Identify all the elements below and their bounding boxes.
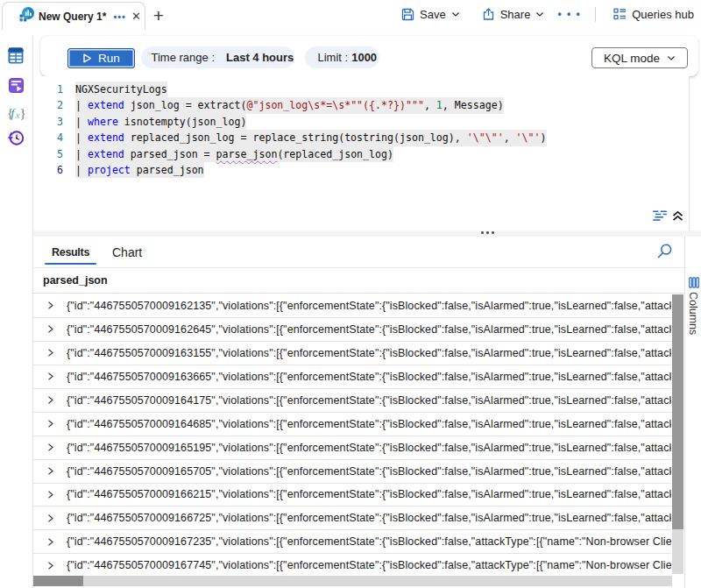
header-actions: Save Share • • • [401,3,694,25]
row-expand-chevron-icon[interactable] [33,372,67,380]
more-actions-icon[interactable]: • • • [557,8,581,20]
adx-logo-icon [19,6,34,27]
columns-icon [689,276,699,292]
row-expand-chevron-icon[interactable] [33,538,67,546]
row-expand-chevron-icon[interactable] [33,467,67,475]
row-expand-chevron-icon[interactable] [33,420,67,428]
vertical-scrollbar-thumb[interactable] [672,294,683,529]
code-line-text: | where isnotempty(json_log) [75,114,246,130]
row-expand-chevron-icon[interactable] [33,325,67,333]
time-range-value: Last 4 hours [226,51,294,64]
sidebar-media-button[interactable] [5,76,26,97]
row-json-text: {"id":"4467550570009167745","violations"… [67,559,671,571]
row-expand-chevron-icon[interactable] [33,443,67,451]
tab-results[interactable]: Results [45,237,96,267]
code-line: 1NGXSecurityLogs [33,81,689,97]
queries-hub-button[interactable]: Queries hub [613,8,694,21]
row-expand-chevron-icon[interactable] [33,514,67,522]
code-area: 1NGXSecurityLogs2| extend json_log = ext… [33,81,689,178]
table-row[interactable]: {"id":"4467550570009167745","violations"… [33,554,671,575]
row-expand-chevron-icon[interactable] [33,396,67,404]
tab-close-icon[interactable]: ✕ [131,11,141,22]
code-line: 2| extend json_log = extract(@"json_log\… [33,97,689,113]
sidebar-functions-button[interactable]: { f x } [5,103,26,124]
sidebar-tables-button[interactable] [5,46,26,67]
grid-column-header[interactable]: parsed_json [33,268,684,294]
run-button[interactable]: Run [67,48,135,68]
row-json-text: {"id":"4467550570009167235","violations"… [67,535,671,548]
row-json-text: {"id":"4467550570009165705","violations"… [67,465,671,478]
header-divider [595,7,596,22]
query-toolbar: Run Time range : Last 4 hours Limit : 10… [40,36,698,76]
queries-hub-icon [613,8,627,20]
limit-pill[interactable]: Limit : 1000 [305,46,380,68]
code-line-text: | project parsed_json [75,162,204,178]
mode-select[interactable]: KQL mode [591,47,688,68]
table-row[interactable]: {"id":"4467550570009162645","violations"… [33,318,671,342]
sidebar-history-button[interactable] [5,129,26,150]
code-line-text: NGXSecurityLogs [75,81,167,97]
new-tab-button[interactable]: + [150,5,167,26]
table-row[interactable]: {"id":"4467550570009167235","violations"… [33,530,671,554]
row-json-text: {"id":"4467550570009166725","violations"… [67,512,671,524]
code-line-text: | extend replaced_json_log = replace_str… [75,130,547,145]
collapse-editor-icon[interactable] [672,209,683,225]
table-row[interactable]: {"id":"4467550570009165705","violations"… [33,460,671,484]
media-icon [9,78,24,96]
horizontal-scrollbar-thumb[interactable] [33,576,83,587]
row-json-text: {"id":"4467550570009163155","violations"… [67,347,671,359]
results-tabbar: Results Chart [33,237,701,268]
save-chevron-down-icon[interactable] [450,9,461,19]
line-number: 4 [33,130,63,145]
kusto-query-page: New Query 1* ••• ✕ + Save [0,0,701,588]
table-row[interactable]: {"id":"4467550570009163665","violations"… [33,365,671,389]
save-button[interactable]: Save [401,8,461,21]
row-expand-chevron-icon[interactable] [33,562,67,570]
row-expand-chevron-icon[interactable] [33,301,67,309]
table-row[interactable]: {"id":"4467550570009166725","violations"… [33,507,671,530]
line-number: 6 [33,162,63,178]
query-tab[interactable]: New Query 1* ••• ✕ [2,2,145,30]
code-line: 5| extend parsed_json = parse_json(repla… [33,146,689,162]
table-row[interactable]: {"id":"4467550570009164685","violations"… [33,413,671,436]
columns-side-panel[interactable]: Columns [684,237,701,588]
table-row[interactable]: {"id":"4467550570009164175","violations"… [33,389,671,413]
share-button[interactable]: Share [482,8,546,21]
row-json-text: {"id":"4467550570009166215","violations"… [67,488,671,500]
splitter-drag-handle-icon[interactable] [481,231,494,234]
tab-more-icon[interactable]: ••• [113,11,126,22]
horizontal-scrollbar[interactable] [33,576,672,587]
time-range-label: Time range : [152,51,216,64]
format-lines-icon[interactable] [652,209,668,225]
svg-text:}: } [20,105,25,119]
history-icon [8,130,25,150]
row-json-text: {"id":"4467550570009165195","violations"… [67,442,671,454]
column-name: parsed_json [43,274,108,287]
table-row[interactable]: {"id":"4467550570009162135","violations"… [33,294,671,318]
results-panel: Results Chart parsed_json {"id":"4467550… [33,237,701,588]
code-line: 3| where isnotempty(json_log) [33,114,689,130]
tab-bar: New Query 1* ••• ✕ + Save [0,0,701,35]
row-expand-chevron-icon[interactable] [33,349,67,357]
row-expand-chevron-icon[interactable] [33,491,67,499]
line-number: 2 [33,97,63,113]
row-json-text: {"id":"4467550570009164175","violations"… [67,394,671,407]
query-editor[interactable]: 1NGXSecurityLogs2| extend json_log = ext… [33,76,690,230]
table-row[interactable]: {"id":"4467550570009166215","violations"… [33,484,671,507]
row-json-text: {"id":"4467550570009163665","violations"… [67,371,671,383]
line-number: 5 [33,146,63,162]
mode-chevron-down-icon [666,53,676,63]
search-icon[interactable] [656,243,673,263]
vertical-scrollbar[interactable] [672,294,683,574]
table-row[interactable]: {"id":"4467550570009163155","violations"… [33,342,671,365]
share-chevron-down-icon[interactable] [535,9,545,19]
tab-title: New Query 1* [39,11,106,23]
time-range-pill[interactable]: Time range : Last 4 hours [141,46,295,68]
limit-value: 1000 [351,51,377,64]
code-line: 4| extend replaced_json_log = replace_st… [33,130,689,145]
panel-splitter[interactable] [33,230,701,237]
code-line-text: | extend parsed_json = parse_json(replac… [75,146,393,162]
tab-chart[interactable]: Chart [107,237,147,267]
share-label: Share [500,8,531,21]
table-row[interactable]: {"id":"4467550570009165195","violations"… [33,436,671,460]
